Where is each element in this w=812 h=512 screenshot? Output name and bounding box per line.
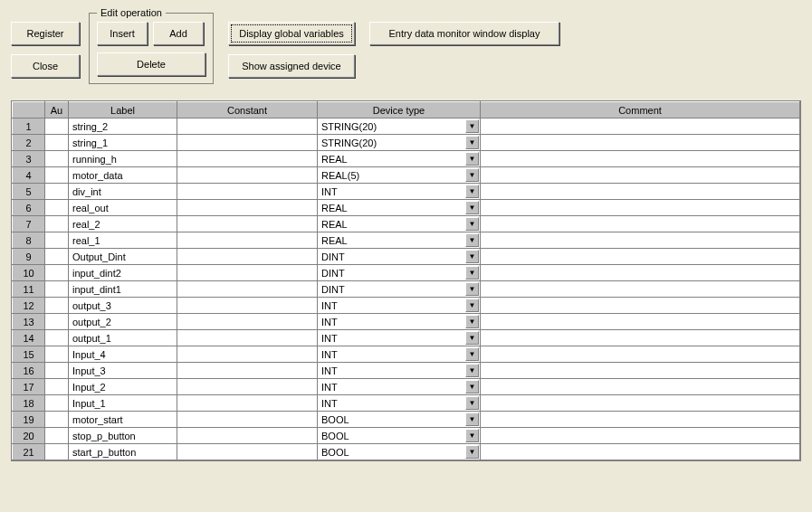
dropdown-arrow-icon[interactable]: ▼ [465,266,479,280]
row-number[interactable]: 16 [13,363,45,379]
cell-device-type[interactable]: REAL▼ [318,232,481,249]
header-au[interactable]: Au [45,102,69,119]
dropdown-arrow-icon[interactable]: ▼ [465,152,479,166]
cell-comment[interactable] [481,379,800,395]
row-number[interactable]: 11 [13,281,45,298]
cell-device-type[interactable]: BOOL▼ [318,412,481,428]
row-number[interactable]: 14 [13,330,45,346]
dropdown-arrow-icon[interactable]: ▼ [465,233,479,247]
cell-device-type[interactable]: REAL▼ [318,151,481,167]
insert-button[interactable]: Insert [97,22,148,45]
cell-comment[interactable] [481,346,800,363]
add-button[interactable]: Add [153,22,204,45]
cell-label[interactable]: string_2 [69,119,177,135]
cell-device-type[interactable]: DINT▼ [318,281,481,298]
row-number[interactable]: 2 [13,135,45,151]
cell-label[interactable]: Output_Dint [69,249,177,265]
cell-device-type[interactable]: INT▼ [318,298,481,314]
cell-au[interactable] [45,395,69,412]
cell-constant[interactable] [177,167,318,184]
cell-au[interactable] [45,200,69,216]
cell-constant[interactable] [177,200,318,216]
dropdown-arrow-icon[interactable]: ▼ [465,217,479,231]
cell-label[interactable]: real_2 [69,216,177,232]
row-number[interactable]: 3 [13,151,45,167]
cell-constant[interactable] [177,151,318,167]
header-label[interactable]: Label [69,102,177,119]
cell-au[interactable] [45,265,69,281]
cell-au[interactable] [45,216,69,232]
entry-data-monitor-button[interactable]: Entry data monitor window display [369,22,559,45]
cell-label[interactable]: input_dint1 [69,281,177,298]
cell-comment[interactable] [481,314,800,330]
cell-label[interactable]: real_1 [69,232,177,249]
cell-comment[interactable] [481,412,800,428]
cell-device-type[interactable]: BOOL▼ [318,428,481,444]
row-number[interactable]: 6 [13,200,45,216]
cell-label[interactable]: motor_data [69,167,177,184]
cell-device-type[interactable]: INT▼ [318,395,481,412]
cell-label[interactable]: start_p_button [69,444,177,460]
cell-label[interactable]: running_h [69,151,177,167]
cell-comment[interactable] [481,330,800,346]
cell-label[interactable]: Input_4 [69,346,177,363]
dropdown-arrow-icon[interactable]: ▼ [465,429,479,442]
cell-device-type[interactable]: DINT▼ [318,249,481,265]
cell-label[interactable]: output_2 [69,314,177,330]
cell-label[interactable]: output_1 [69,330,177,346]
cell-constant[interactable] [177,346,318,363]
cell-constant[interactable] [177,314,318,330]
dropdown-arrow-icon[interactable]: ▼ [465,250,479,263]
display-global-variables-button[interactable]: Display global variables [228,22,355,45]
dropdown-arrow-icon[interactable]: ▼ [465,396,479,410]
cell-constant[interactable] [177,216,318,232]
cell-device-type[interactable]: INT▼ [318,346,481,363]
row-number[interactable]: 19 [13,412,45,428]
cell-label[interactable]: output_3 [69,298,177,314]
cell-comment[interactable] [481,281,800,298]
header-comment[interactable]: Comment [481,102,800,119]
row-number[interactable]: 13 [13,314,45,330]
cell-label[interactable]: string_1 [69,135,177,151]
cell-comment[interactable] [481,216,800,232]
cell-comment[interactable] [481,200,800,216]
row-number[interactable]: 20 [13,428,45,444]
dropdown-arrow-icon[interactable]: ▼ [465,168,479,182]
cell-au[interactable] [45,444,69,460]
cell-device-type[interactable]: DINT▼ [318,265,481,281]
cell-comment[interactable] [481,395,800,412]
cell-constant[interactable] [177,265,318,281]
cell-constant[interactable] [177,184,318,200]
show-assigned-device-button[interactable]: Show assigned device [228,54,355,78]
cell-au[interactable] [45,330,69,346]
cell-au[interactable] [45,119,69,135]
row-number[interactable]: 4 [13,167,45,184]
row-number[interactable]: 18 [13,395,45,412]
cell-comment[interactable] [481,444,800,460]
cell-au[interactable] [45,167,69,184]
header-device-type[interactable]: Device type [318,102,481,119]
cell-au[interactable] [45,412,69,428]
dropdown-arrow-icon[interactable]: ▼ [465,282,479,296]
dropdown-arrow-icon[interactable]: ▼ [465,445,479,459]
cell-constant[interactable] [177,379,318,395]
dropdown-arrow-icon[interactable]: ▼ [465,299,479,312]
cell-device-type[interactable]: REAL(5)▼ [318,167,481,184]
cell-label[interactable]: stop_p_button [69,428,177,444]
row-number[interactable]: 15 [13,346,45,363]
row-number[interactable]: 10 [13,265,45,281]
cell-constant[interactable] [177,444,318,460]
cell-comment[interactable] [481,265,800,281]
cell-device-type[interactable]: REAL▼ [318,200,481,216]
cell-label[interactable]: real_out [69,200,177,216]
cell-device-type[interactable]: BOOL▼ [318,444,481,460]
cell-constant[interactable] [177,330,318,346]
cell-au[interactable] [45,151,69,167]
dropdown-arrow-icon[interactable]: ▼ [465,412,479,426]
delete-button[interactable]: Delete [97,52,205,76]
cell-device-type[interactable]: INT▼ [318,330,481,346]
cell-constant[interactable] [177,232,318,249]
cell-comment[interactable] [481,151,800,167]
dropdown-arrow-icon[interactable]: ▼ [465,364,479,377]
cell-label[interactable]: Input_2 [69,379,177,395]
